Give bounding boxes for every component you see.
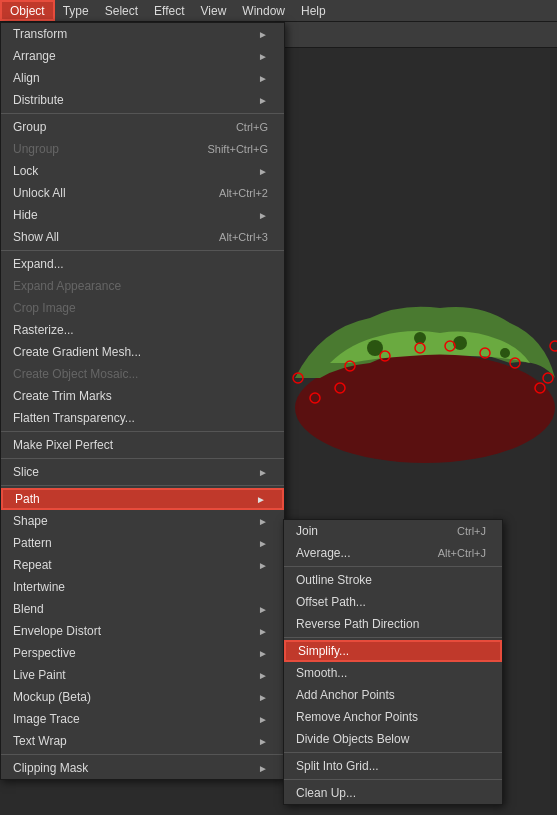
menu-item-flatten-transparency[interactable]: Flatten Transparency... xyxy=(1,407,284,429)
object-dropdown-menu: Transform ► Arrange ► Align ► Distribute… xyxy=(0,22,285,780)
menu-item-expand[interactable]: Expand... xyxy=(1,253,284,275)
submenu-item-smooth[interactable]: Smooth... xyxy=(284,662,502,684)
arrow-icon: ► xyxy=(258,29,268,40)
menu-item-hide[interactable]: Hide ► xyxy=(1,204,284,226)
menu-item-path[interactable]: Path ► xyxy=(1,488,284,510)
submenu-item-join[interactable]: Join Ctrl+J xyxy=(284,520,502,542)
arrow-icon: ► xyxy=(258,51,268,62)
svg-point-2 xyxy=(414,332,426,344)
menu-item-rasterize[interactable]: Rasterize... xyxy=(1,319,284,341)
svg-point-11 xyxy=(543,373,553,383)
separator xyxy=(1,431,284,432)
menu-item-shape[interactable]: Shape ► xyxy=(1,510,284,532)
submenu-item-simplify[interactable]: Simplify... xyxy=(284,640,502,662)
arrow-icon: ► xyxy=(258,626,268,637)
menu-item-group[interactable]: Group Ctrl+G xyxy=(1,116,284,138)
submenu-item-divide-objects[interactable]: Divide Objects Below xyxy=(284,728,502,750)
menu-item-intertwine[interactable]: Intertwine xyxy=(1,576,284,598)
menu-item-mockup[interactable]: Mockup (Beta) ► xyxy=(1,686,284,708)
menu-item-distribute[interactable]: Distribute ► xyxy=(1,89,284,111)
arrow-icon: ► xyxy=(258,95,268,106)
menubar-item-effect[interactable]: Effect xyxy=(146,0,192,21)
menu-item-live-paint[interactable]: Live Paint ► xyxy=(1,664,284,686)
submenu-item-add-anchor[interactable]: Add Anchor Points xyxy=(284,684,502,706)
menu-item-pixel-perfect[interactable]: Make Pixel Perfect xyxy=(1,434,284,456)
menu-item-ungroup: Ungroup Shift+Ctrl+G xyxy=(1,138,284,160)
arrow-icon: ► xyxy=(258,73,268,84)
separator xyxy=(284,566,502,567)
arrow-icon: ► xyxy=(258,763,268,774)
arrow-icon: ► xyxy=(258,516,268,527)
separator xyxy=(1,250,284,251)
menu-item-unlock-all[interactable]: Unlock All Alt+Ctrl+2 xyxy=(1,182,284,204)
menu-item-slice[interactable]: Slice ► xyxy=(1,461,284,483)
arrow-icon: ► xyxy=(258,166,268,177)
separator xyxy=(284,637,502,638)
menu-item-show-all[interactable]: Show All Alt+Ctrl+3 xyxy=(1,226,284,248)
menu-item-align[interactable]: Align ► xyxy=(1,67,284,89)
menu-item-pattern[interactable]: Pattern ► xyxy=(1,532,284,554)
submenu-item-outline-stroke[interactable]: Outline Stroke xyxy=(284,569,502,591)
submenu-item-remove-anchor[interactable]: Remove Anchor Points xyxy=(284,706,502,728)
menu-item-crop-image: Crop Image xyxy=(1,297,284,319)
submenu-item-average[interactable]: Average... Alt+Ctrl+J xyxy=(284,542,502,564)
arrow-icon: ► xyxy=(258,538,268,549)
arrow-icon: ► xyxy=(258,692,268,703)
arrow-icon: ► xyxy=(258,604,268,615)
menu-item-expand-appearance: Expand Appearance xyxy=(1,275,284,297)
arrow-icon: ► xyxy=(258,670,268,681)
arrow-icon: ► xyxy=(258,210,268,221)
menu-item-image-trace[interactable]: Image Trace ► xyxy=(1,708,284,730)
separator xyxy=(1,113,284,114)
arrow-icon: ► xyxy=(258,736,268,747)
menu-item-blend[interactable]: Blend ► xyxy=(1,598,284,620)
submenu-item-split-grid[interactable]: Split Into Grid... xyxy=(284,755,502,777)
menu-item-object-mosaic: Create Object Mosaic... xyxy=(1,363,284,385)
menu-item-transform[interactable]: Transform ► xyxy=(1,23,284,45)
separator xyxy=(284,779,502,780)
menubar-item-view[interactable]: View xyxy=(193,0,235,21)
svg-point-4 xyxy=(500,348,510,358)
arrow-icon: ► xyxy=(258,560,268,571)
separator xyxy=(284,752,502,753)
submenu-item-offset-path[interactable]: Offset Path... xyxy=(284,591,502,613)
arrow-icon: ► xyxy=(258,648,268,659)
artwork-svg xyxy=(290,248,557,468)
svg-point-15 xyxy=(550,341,557,351)
arrow-icon: ► xyxy=(256,494,266,505)
menubar-item-select[interactable]: Select xyxy=(97,0,146,21)
menu-item-gradient-mesh[interactable]: Create Gradient Mesh... xyxy=(1,341,284,363)
separator xyxy=(1,485,284,486)
menubar-item-type[interactable]: Type xyxy=(55,0,97,21)
menu-item-clipping-mask[interactable]: Clipping Mask ► xyxy=(1,757,284,779)
separator xyxy=(1,754,284,755)
menu-item-perspective[interactable]: Perspective ► xyxy=(1,642,284,664)
menubar-item-window[interactable]: Window xyxy=(234,0,293,21)
path-submenu: Join Ctrl+J Average... Alt+Ctrl+J Outlin… xyxy=(283,519,503,805)
submenu-item-reverse-path[interactable]: Reverse Path Direction xyxy=(284,613,502,635)
separator xyxy=(1,458,284,459)
menu-item-trim-marks[interactable]: Create Trim Marks xyxy=(1,385,284,407)
menu-item-lock[interactable]: Lock ► xyxy=(1,160,284,182)
menubar-item-object[interactable]: Object xyxy=(0,0,55,21)
arrow-icon: ► xyxy=(258,467,268,478)
menu-item-text-wrap[interactable]: Text Wrap ► xyxy=(1,730,284,752)
menu-item-arrange[interactable]: Arrange ► xyxy=(1,45,284,67)
arrow-icon: ► xyxy=(258,714,268,725)
menubar-item-help[interactable]: Help xyxy=(293,0,334,21)
menu-item-repeat[interactable]: Repeat ► xyxy=(1,554,284,576)
menubar: Object Type Select Effect View Window He… xyxy=(0,0,557,22)
menu-item-envelope-distort[interactable]: Envelope Distort ► xyxy=(1,620,284,642)
submenu-item-clean-up[interactable]: Clean Up... xyxy=(284,782,502,804)
